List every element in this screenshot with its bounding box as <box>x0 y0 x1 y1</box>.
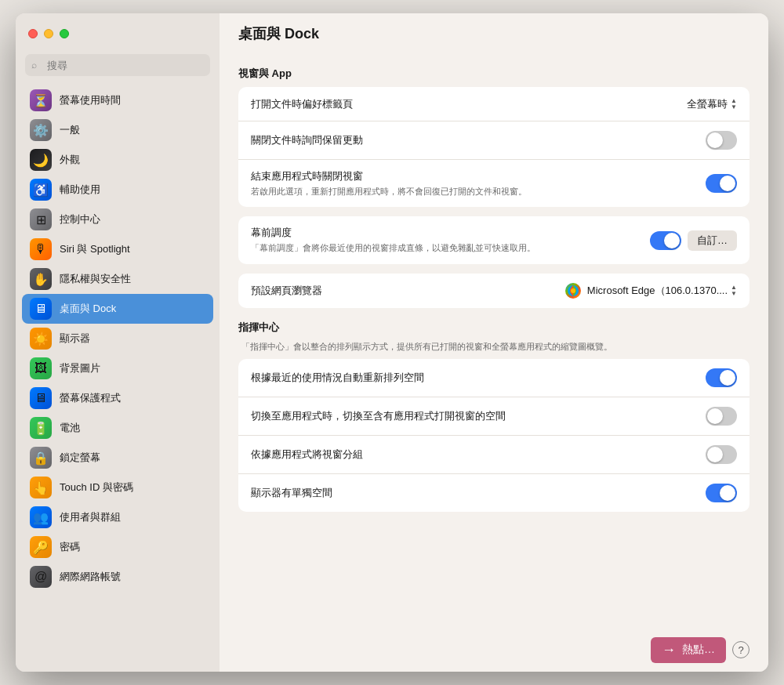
section-label-mission-control: 指揮中心 <box>238 321 750 335</box>
sidebar-item-accessibility[interactable]: ♿輔助使用 <box>22 175 213 205</box>
auto-rearrange-toggle-knob <box>720 370 735 386</box>
sidebar-icon-privacy: ✋ <box>30 268 52 290</box>
sidebar-label-password: 密碼 <box>60 540 80 554</box>
row-stage-manager: 幕前調度 「幕前調度」會將你最近使用的視窗排成直條，以避免雜亂並可快速取用。 自… <box>238 216 750 263</box>
content-area: 視窗與 App 打開文件時偏好標籤頁 全螢幕時 ▲ ▼ <box>220 54 768 628</box>
section-label-windows-apps: 視窗與 App <box>238 67 750 81</box>
row-preferred-tab: 打開文件時偏好標籤頁 全螢幕時 ▲ ▼ <box>238 87 750 121</box>
sidebar-label-appearance: 外觀 <box>60 153 80 167</box>
sidebar-item-password[interactable]: 🔑密碼 <box>22 532 213 562</box>
sidebar-label-battery: 電池 <box>60 421 80 435</box>
group-windows-toggle[interactable] <box>706 445 737 464</box>
sidebar-label-display: 顯示器 <box>60 332 90 346</box>
sidebar-item-privacy[interactable]: ✋隱私權與安全性 <box>22 264 213 294</box>
sidebar-label-wallpaper: 背景圖片 <box>60 361 100 375</box>
stage-manager-toggle[interactable] <box>650 231 681 250</box>
minimize-button[interactable] <box>44 29 53 38</box>
auto-rearrange-toggle[interactable] <box>706 368 737 387</box>
sidebar-icon-display: ☀️ <box>30 328 52 350</box>
sidebar-icon-accessibility: ♿ <box>30 179 52 201</box>
switch-space-toggle-knob <box>707 408 723 424</box>
svg-point-1 <box>571 288 575 293</box>
sidebar-item-network[interactable]: @網際網路帳號 <box>22 562 213 592</box>
sidebar-item-lock[interactable]: 🔒鎖定螢幕 <box>22 443 213 473</box>
sidebar-icon-control-center: ⊞ <box>30 208 52 230</box>
row-close-ask: 關閉文件時詢問保留更動 <box>238 121 750 160</box>
help-button[interactable]: ? <box>732 641 750 658</box>
row-group-windows: 依據應用程式將視窗分組 <box>238 436 750 474</box>
sidebar-titlebar <box>16 13 220 54</box>
footer: → 熱點… ? <box>220 628 768 672</box>
quit-close-toggle-knob <box>720 176 735 191</box>
sidebar-list: ⏳螢幕使用時間⚙️一般🌙外觀♿輔助使用⊞控制中心🎙Siri 與 Spotligh… <box>16 82 220 672</box>
auto-rearrange-label: 根據最近的使用情況自動重新排列空間 <box>251 371 706 385</box>
display-space-toggle[interactable] <box>706 484 737 502</box>
sidebar-item-control-center[interactable]: ⊞控制中心 <box>22 205 213 234</box>
sidebar-label-lock: 鎖定螢幕 <box>60 451 100 465</box>
browser-select-arrows-icon: ▲ ▼ <box>731 285 737 297</box>
browser-value: Microsoft Edge（106.0.1370.... <box>587 284 728 298</box>
sidebar-label-screensaver: 螢幕保護程式 <box>60 391 121 405</box>
close-button[interactable] <box>28 29 38 38</box>
sidebar-item-appearance[interactable]: 🌙外觀 <box>22 145 213 175</box>
sidebar-item-display[interactable]: ☀️顯示器 <box>22 324 213 353</box>
sidebar-icon-siri: 🎙 <box>30 238 52 260</box>
sidebar-icon-screensaver: 🖥 <box>30 387 52 409</box>
row-quit-close: 結束應用程式時關閉視窗 若啟用此選項，重新打開應用程式時，將不會回復已打開的文件… <box>238 160 750 207</box>
card-windows-apps: 打開文件時偏好標籤頁 全螢幕時 ▲ ▼ 關閉文件 <box>238 87 750 207</box>
arrow-right-icon: → <box>662 642 676 658</box>
sidebar-label-general: 一般 <box>60 123 80 137</box>
quit-close-toggle[interactable] <box>706 174 737 193</box>
quit-close-sub: 若啟用此選項，重新打開應用程式時，將不會回復已打開的文件和視窗。 <box>251 186 674 198</box>
sidebar-icon-appearance: 🌙 <box>30 149 52 171</box>
close-ask-toggle[interactable] <box>706 131 737 150</box>
mission-control-description: 「指揮中心」會以整合的排列顯示方式，提供所有已打開的視窗和全螢幕應用程式的縮覽圖… <box>238 341 662 353</box>
stage-manager-label: 幕前調度 <box>251 226 650 240</box>
search-icon: ⌕ <box>31 60 37 71</box>
sidebar-item-siri[interactable]: 🎙Siri 與 Spotlight <box>22 234 213 264</box>
sidebar: ⌕ ⏳螢幕使用時間⚙️一般🌙外觀♿輔助使用⊞控制中心🎙Siri 與 Spotli… <box>16 13 220 672</box>
preferred-tab-select[interactable]: 全螢幕時 ▲ ▼ <box>687 97 737 111</box>
sidebar-label-siri: Siri 與 Spotlight <box>60 242 130 256</box>
sidebar-item-desktop-dock[interactable]: 🖥桌面與 Dock <box>22 294 213 324</box>
sidebar-item-users[interactable]: 👥使用者與群組 <box>22 502 213 532</box>
sidebar-icon-desktop-dock: 🖥 <box>30 298 52 320</box>
sidebar-item-wallpaper[interactable]: 🖼背景圖片 <box>22 353 213 383</box>
sidebar-label-touchid: Touch ID 與密碼 <box>60 480 133 495</box>
search-bar: ⌕ <box>25 54 210 76</box>
close-ask-label: 關閉文件時詢問保留更動 <box>251 133 706 147</box>
sidebar-icon-wallpaper: 🖼 <box>30 357 52 379</box>
sidebar-item-battery[interactable]: 🔋電池 <box>22 413 213 443</box>
group-windows-toggle-knob <box>707 447 723 462</box>
row-display-space: 顯示器有單獨空間 <box>238 474 750 512</box>
main-titlebar: 桌面與 Dock <box>220 13 768 54</box>
sidebar-item-general[interactable]: ⚙️一般 <box>22 115 213 145</box>
sidebar-item-screen-time[interactable]: ⏳螢幕使用時間 <box>22 85 213 115</box>
sidebar-icon-screen-time: ⏳ <box>30 89 52 111</box>
hotspot-label: 熱點… <box>682 643 715 657</box>
sidebar-icon-touchid: 👆 <box>30 477 52 498</box>
sidebar-item-screensaver[interactable]: 🖥螢幕保護程式 <box>22 383 213 413</box>
stage-manager-toggle-knob <box>664 233 680 248</box>
preferred-tab-label: 打開文件時偏好標籤頁 <box>251 97 687 111</box>
switch-space-toggle[interactable] <box>706 407 737 426</box>
hotspot-button[interactable]: → 熱點… <box>651 637 726 663</box>
card-mission-control: 根據最近的使用情況自動重新排列空間 切換至應用程式時，切換至含有應用程式打開視窗… <box>238 359 750 512</box>
browser-select[interactable]: Microsoft Edge（106.0.1370.... ▲ ▼ <box>587 284 737 298</box>
sidebar-label-network: 網際網路帳號 <box>60 570 121 584</box>
help-label: ? <box>738 644 743 656</box>
customize-button[interactable]: 自訂… <box>688 230 737 251</box>
row-default-browser: 預設網頁瀏覽器 Microsoft Edge（106. <box>238 274 750 308</box>
maximize-button[interactable] <box>60 29 69 38</box>
sidebar-label-desktop-dock: 桌面與 Dock <box>60 302 116 316</box>
sidebar-label-control-center: 控制中心 <box>60 212 100 227</box>
sidebar-item-touchid[interactable]: 👆Touch ID 與密碼 <box>22 473 213 502</box>
group-windows-label: 依據應用程式將視窗分組 <box>251 448 706 462</box>
card-browser: 預設網頁瀏覽器 Microsoft Edge（106. <box>238 274 750 308</box>
default-browser-label: 預設網頁瀏覽器 <box>251 284 565 298</box>
display-space-label: 顯示器有單獨空間 <box>251 486 706 500</box>
sidebar-icon-lock: 🔒 <box>30 447 52 469</box>
search-input[interactable] <box>25 54 210 76</box>
close-ask-toggle-knob <box>707 132 723 148</box>
sidebar-icon-users: 👥 <box>30 506 52 528</box>
